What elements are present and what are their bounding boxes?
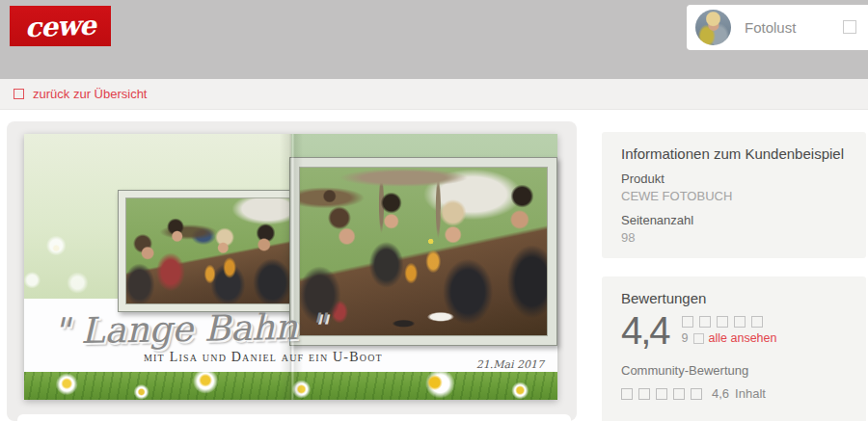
star-icon xyxy=(682,316,693,328)
product-value: CEWE FOTOBUCH xyxy=(621,189,847,203)
photobook-photo-right xyxy=(289,157,557,346)
ratings-card: Bewertungen 4,4 9 alle ansehen Community… xyxy=(602,276,866,421)
photobook-title: " Lange Bahn " xyxy=(53,305,324,355)
photobook-photo-left-image xyxy=(125,197,291,304)
star-icon xyxy=(673,388,685,400)
star-icon xyxy=(751,316,763,328)
photobook-subtitle: mit Lisa und Daniel auf ein U-Boot xyxy=(144,350,383,365)
star-icon xyxy=(621,388,633,400)
review-count: 9 xyxy=(682,331,689,345)
photobook-date: 21.Mai 2017 xyxy=(476,358,544,371)
rating-stars xyxy=(682,316,777,328)
back-arrow-icon xyxy=(14,89,24,99)
page-count-label: Seitenanzahl xyxy=(621,213,847,227)
cewe-logo-text: cewe xyxy=(25,9,96,43)
photobook-photo-right-image xyxy=(299,167,548,336)
cewe-customer-example-page: cewe Fotolust zurück zur Übersicht " Lan… xyxy=(0,0,868,421)
community-score-label: Inhalt xyxy=(735,386,766,401)
avatar xyxy=(695,10,731,45)
rating-details: 9 alle ansehen xyxy=(682,311,777,350)
product-label: Produkt xyxy=(621,171,847,186)
ratings-card-title: Bewertungen xyxy=(621,290,847,306)
star-icon xyxy=(699,316,711,328)
review-count-icon xyxy=(693,333,704,344)
info-card-title: Informationen zum Kundenbeispiel xyxy=(621,145,847,162)
photobook-photo-left xyxy=(118,190,299,312)
lower-content-card xyxy=(17,414,571,421)
cewe-logo[interactable]: cewe xyxy=(10,6,111,46)
star-icon xyxy=(656,388,667,400)
star-icon xyxy=(717,316,728,328)
rating-average: 4,4 xyxy=(621,311,669,350)
back-to-overview-link[interactable]: zurück zur Übersicht xyxy=(0,87,147,101)
star-icon xyxy=(691,388,702,400)
profile-dropdown-icon[interactable] xyxy=(843,20,856,34)
photobook-preview: " Lange Bahn " mit Lisa und Daniel auf e… xyxy=(24,134,557,400)
review-count-row: 9 alle ansehen xyxy=(682,331,777,345)
see-all-reviews-link[interactable]: alle ansehen xyxy=(709,331,777,345)
photobook-flower-strip xyxy=(24,372,557,400)
community-rating-title: Community-Bewertung xyxy=(621,363,847,378)
page-count-value: 98 xyxy=(621,230,847,245)
rating-summary-row: 4,4 9 alle ansehen xyxy=(621,311,847,350)
back-link-label: zurück zur Übersicht xyxy=(33,87,147,101)
profile-name: Fotolust xyxy=(745,19,796,36)
community-rating-row: 4,6 Inhalt xyxy=(621,386,847,401)
star-icon xyxy=(734,316,746,328)
top-header: cewe Fotolust xyxy=(0,0,868,79)
back-bar: zurück zur Übersicht xyxy=(0,79,868,110)
community-score: 4,6 xyxy=(712,386,729,401)
info-card: Informationen zum Kundenbeispiel Produkt… xyxy=(602,132,866,258)
profile-card[interactable]: Fotolust xyxy=(687,5,868,50)
star-icon xyxy=(638,388,650,400)
